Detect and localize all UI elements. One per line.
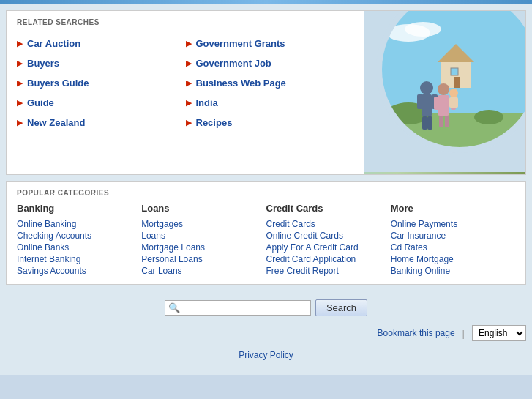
category-link[interactable]: Online Credit Cards [266,230,383,242]
category-link[interactable]: Apply For A Credit Card [266,242,383,253]
category-link[interactable]: Credit Cards [266,218,383,230]
category-column-loans: Loans Mortgages Loans Mortgage Loans Per… [141,203,266,277]
arrow-icon: ▶ [186,78,192,88]
arrow-icon: ▶ [186,59,192,68]
svg-rect-7 [451,68,458,75]
arrow-icon: ▶ [186,98,192,108]
svg-point-24 [449,89,458,97]
related-searches-right-col: ▶ Government Grants ▶ Government Job ▶ B… [186,34,355,133]
search-input-wrapper: 🔍 [165,300,311,316]
category-header-credit-cards: Credit Cards [266,203,383,214]
categories-grid: Banking Online Banking Checking Accounts… [17,203,515,277]
list-item: ▶ Government Job [186,53,355,73]
category-link[interactable]: Online Banking [17,218,134,230]
svg-rect-16 [422,116,427,130]
svg-point-4 [405,22,441,37]
popular-categories-box: POPULAR CATEGORIES Banking Online Bankin… [6,181,526,285]
category-column-more: More Online Payments Car Insurance Cd Ra… [391,203,515,277]
list-item: ▶ Buyers [17,53,186,73]
svg-rect-22 [439,116,443,127]
arrow-icon: ▶ [17,118,23,127]
category-header-loans: Loans [141,203,258,214]
related-searches-left-col: ▶ Car Auction ▶ Buyers ▶ Buyers Guide ▶ … [17,34,186,133]
arrow-icon: ▶ [17,78,23,88]
svg-point-12 [420,81,433,94]
svg-rect-19 [438,95,449,116]
svg-rect-8 [454,77,460,88]
related-link-india[interactable]: India [196,97,218,108]
related-link-buyers-guide[interactable]: Buyers Guide [27,78,89,89]
related-link-buyers[interactable]: Buyers [27,58,59,69]
related-link-recipes[interactable]: Recipes [196,117,233,128]
search-input[interactable] [183,302,300,313]
category-link[interactable]: Online Banks [17,242,134,253]
category-link[interactable]: Free Credit Report [266,265,383,277]
family-photo [364,11,525,174]
category-column-credit-cards: Credit Cards Credit Cards Online Credit … [266,203,391,277]
category-link[interactable]: Cd Rates [391,242,508,253]
category-link[interactable]: Mortgage Loans [141,242,258,253]
category-column-banking: Banking Online Banking Checking Accounts… [17,203,141,277]
arrow-icon: ▶ [17,59,23,68]
footer-row: Privacy Policy [6,344,526,369]
privacy-link[interactable]: Privacy Policy [239,350,293,360]
category-link[interactable]: Checking Accounts [17,230,134,242]
related-link-government-job[interactable]: Government Job [196,58,271,69]
category-link[interactable]: Mortgages [141,218,258,230]
divider: | [462,328,465,339]
search-button[interactable]: Search [315,299,367,316]
arrow-icon: ▶ [17,98,23,108]
list-item: ▶ Government Grants [186,34,355,53]
list-item: ▶ Business Web Page [186,73,355,93]
category-link[interactable]: Personal Loans [141,253,258,265]
related-link-car-auction[interactable]: Car Auction [27,38,80,49]
svg-rect-14 [417,94,423,109]
related-link-government-grants[interactable]: Government Grants [196,38,285,49]
popular-categories-label: POPULAR CATEGORIES [17,189,515,197]
search-magnifier-icon: 🔍 [168,302,180,313]
related-link-guide[interactable]: Guide [27,97,54,108]
search-bar-row: 🔍 Search [6,291,526,322]
category-header-more: More [391,203,508,214]
svg-point-11 [474,110,503,124]
list-item: ▶ India [186,93,355,113]
list-item: ▶ Car Auction [17,34,186,53]
related-link-new-zealand[interactable]: New Zealand [27,117,85,128]
list-item: ▶ Guide [17,93,186,113]
related-searches-content: RELATED SEARCHES ▶ Car Auction ▶ Buyers … [7,11,364,174]
bottom-row: Bookmark this page | English French Span… [6,322,526,344]
category-link[interactable]: Banking Online [391,265,508,277]
svg-rect-13 [422,94,432,116]
arrow-icon: ▶ [186,39,192,48]
category-link[interactable]: Credit Card Application [266,253,383,265]
svg-rect-23 [445,116,449,127]
related-link-business-web-page[interactable]: Business Web Page [196,78,286,89]
related-searches-box: RELATED SEARCHES ▶ Car Auction ▶ Buyers … [6,10,526,175]
svg-rect-17 [427,116,432,130]
bookmark-link[interactable]: Bookmark this page [378,328,455,338]
list-item: ▶ New Zealand [17,113,186,133]
category-link[interactable]: Online Payments [391,218,508,230]
category-link[interactable]: Home Mortgage [391,253,508,265]
category-link[interactable]: Car Insurance [391,230,508,242]
category-link[interactable]: Loans [141,230,258,242]
related-searches-links: ▶ Car Auction ▶ Buyers ▶ Buyers Guide ▶ … [17,34,354,133]
list-item: ▶ Recipes [186,113,355,133]
category-link[interactable]: Savings Accounts [17,265,134,277]
category-link[interactable]: Internet Banking [17,253,134,265]
svg-rect-20 [434,97,439,110]
language-select[interactable]: English French Spanish German [472,325,526,341]
arrow-icon: ▶ [186,118,192,127]
arrow-icon: ▶ [17,39,23,48]
category-header-banking: Banking [17,203,134,214]
category-link[interactable]: Car Loans [141,265,258,277]
main-wrapper: RELATED SEARCHES ▶ Car Auction ▶ Buyers … [0,4,532,375]
list-item: ▶ Buyers Guide [17,73,186,93]
svg-rect-25 [449,97,458,108]
svg-point-18 [438,83,449,95]
related-searches-label: RELATED SEARCHES [17,18,354,26]
